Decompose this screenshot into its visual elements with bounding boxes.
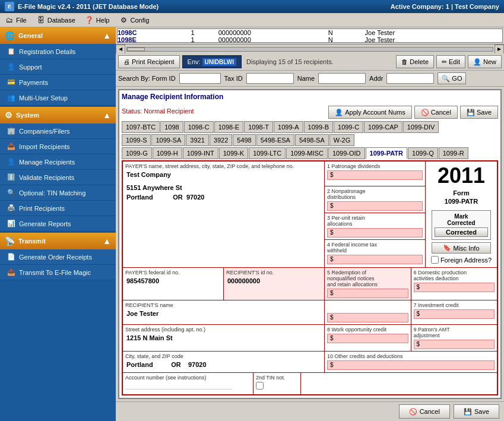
form-year: 2011: [438, 165, 485, 186]
tab-5498-esa[interactable]: 5498-ESA: [256, 134, 294, 146]
box7-label: 7 Investment credit: [414, 302, 495, 308]
tab-1099-sa[interactable]: 1099-SA: [151, 134, 185, 146]
addr-input[interactable]: [386, 73, 434, 84]
apply-account-nums-button[interactable]: 👤 Apply Account Nums: [328, 106, 412, 119]
box3-input[interactable]: $: [327, 228, 423, 238]
foreign-address-checkbox[interactable]: [431, 256, 439, 264]
tab-1099-c[interactable]: 1099-C: [334, 121, 363, 133]
print-recipient-button[interactable]: 🖨 Print Recipient: [118, 55, 180, 68]
box10-input[interactable]: $: [327, 360, 495, 370]
sidebar-item-support[interactable]: 👤 Support: [0, 59, 116, 75]
multiuser-label: Multi-User Setup: [19, 94, 68, 102]
sidebar-item-manage[interactable]: 👤 Manage Recipients: [0, 154, 116, 170]
sidebar-item-payments[interactable]: 💳 Payments: [0, 75, 116, 90]
edit-button[interactable]: ✏ Edit: [436, 55, 465, 68]
tab-1099-ltc[interactable]: 1099-LTC: [249, 147, 286, 159]
delete-button[interactable]: 🗑 Delete: [396, 55, 434, 68]
generatereports-label: Generate Reports: [19, 220, 71, 227]
tab-1099-r[interactable]: 1099-R: [439, 147, 468, 159]
horizontal-scrollbar[interactable]: ◀ ▶: [116, 44, 504, 53]
system-collapse-icon: ▲: [103, 110, 111, 120]
box5-amount[interactable]: $: [327, 313, 408, 322]
misc-info-button[interactable]: 🔖 Misc Info: [432, 242, 492, 254]
tab-1098-e[interactable]: 1098-E: [214, 121, 243, 133]
tab-1098[interactable]: 1098: [160, 121, 183, 133]
recipients-list[interactable]: 1098C 1 000000000 N Joe Tester 1098E 1 0…: [117, 29, 503, 43]
account-number-input[interactable]: [125, 382, 232, 390]
env-button[interactable]: Env: UNIDBLWI: [182, 55, 242, 68]
tab-1099-b[interactable]: 1099-B: [304, 121, 333, 133]
tab-5498-sa[interactable]: 5498-SA: [295, 134, 329, 146]
new-label: New: [483, 58, 496, 65]
box2-input[interactable]: $: [327, 201, 423, 211]
tinmatching-icon: 🔍: [7, 189, 15, 197]
tab-1098-t[interactable]: 1098-T: [244, 121, 273, 133]
box1-input[interactable]: $: [327, 170, 423, 180]
sidebar-item-registration[interactable]: 📋 Registration Details: [0, 44, 116, 59]
tab-1099-q[interactable]: 1099-Q: [408, 147, 438, 159]
tab-3921[interactable]: 3921: [186, 134, 208, 146]
sidebar-item-multiuser[interactable]: 👥 Multi-User Setup: [0, 90, 116, 106]
sidebar-item-print[interactable]: 🖨️ Print Recipients: [0, 201, 116, 216]
second-tin-checkbox[interactable]: [256, 382, 264, 390]
tab-1099-int[interactable]: 1099-INT: [183, 147, 218, 159]
tab-1099-k[interactable]: 1099-K: [219, 147, 248, 159]
scroll-track[interactable]: [126, 47, 493, 52]
cancel-icon: 🚫: [421, 109, 429, 116]
tab-1099-h[interactable]: 1099-H: [153, 147, 182, 159]
box9-input[interactable]: $: [414, 340, 495, 349]
tab-3922[interactable]: 3922: [210, 134, 232, 146]
name-input[interactable]: [318, 73, 366, 84]
sidebar-section-general-header[interactable]: 🌐 General ▲: [0, 27, 116, 44]
menu-database[interactable]: 🗄 Database: [34, 14, 78, 26]
transmit-label: Transmit To E-File Magic: [19, 269, 91, 276]
new-button[interactable]: 👤 New: [468, 55, 502, 68]
scroll-thumb[interactable]: [127, 48, 145, 51]
tab-1099-g[interactable]: 1099-G: [122, 147, 152, 159]
list-item[interactable]: 1098C 1 000000000 N Joe Tester: [118, 29, 502, 36]
sidebar-section-system-header[interactable]: ⚙ System ▲: [0, 107, 116, 124]
form-id-input[interactable]: [179, 73, 221, 84]
tab-1099-div[interactable]: 1099-DIV: [403, 121, 439, 133]
sidebar-item-validate[interactable]: ℹ️ Validate Recipients: [0, 170, 116, 185]
sidebar-item-import[interactable]: 📥 Import Recipients: [0, 139, 116, 154]
apply-account-nums-label: Apply Account Nums: [345, 109, 405, 116]
box7-input[interactable]: $: [414, 309, 495, 319]
box8-input[interactable]: $: [327, 334, 408, 343]
tab-5498[interactable]: 5498: [233, 134, 255, 146]
tab-1099-oid[interactable]: 1099-OID: [328, 147, 365, 159]
box6-input[interactable]: $: [414, 283, 495, 292]
tab-1099-patr[interactable]: 1099-PATR: [366, 147, 407, 159]
save-form-button[interactable]: 💾 Save: [460, 106, 498, 119]
menu-file[interactable]: 🗂 File: [2, 14, 29, 26]
tax-id-input[interactable]: [246, 73, 294, 84]
tab-1097-btc[interactable]: 1097-BTC: [122, 121, 160, 133]
tab-1099-s[interactable]: 1099-S: [122, 134, 151, 146]
box5-input[interactable]: $: [327, 289, 408, 298]
city-state-zip-value: Portland OR 97020: [125, 360, 322, 369]
sidebar-item-generatereports[interactable]: 📊 Generate Reports: [0, 216, 116, 232]
footer-cancel-button[interactable]: 🚫 Cancel: [399, 404, 450, 419]
tab-1098-c[interactable]: 1098-C: [184, 121, 214, 133]
menu-help[interactable]: ❓ Help: [83, 14, 112, 26]
footer-cancel-icon: 🚫: [409, 408, 417, 416]
tab-w2g[interactable]: W-2G: [329, 134, 355, 146]
sidebar-item-tinmatching[interactable]: 🔍 Optional: TIN Matching: [0, 185, 116, 201]
scroll-right-btn[interactable]: ▶: [495, 45, 504, 54]
list-item[interactable]: 1098E 1 000000000 N Joe Tester: [118, 36, 502, 43]
tab-1099-misc[interactable]: 1099-MISC: [286, 147, 328, 159]
tab-1099-a[interactable]: 1099-A: [274, 121, 303, 133]
tab-1099-cap[interactable]: 1099-CAP: [364, 121, 402, 133]
go-button[interactable]: 🔍 GO: [438, 72, 466, 84]
box4-input[interactable]: $: [327, 255, 423, 264]
scroll-left-btn[interactable]: ◀: [116, 45, 125, 54]
sidebar-item-transmit[interactable]: 📤 Transmit To E-File Magic: [0, 265, 116, 280]
footer-save-button[interactable]: 💾 Save: [454, 404, 499, 419]
sidebar-item-companies[interactable]: 🏢 Companies/Filers: [0, 124, 116, 139]
system-section-label: System: [16, 112, 39, 119]
mark-corrected-button[interactable]: Corrected: [435, 227, 489, 237]
sidebar-section-transmit-header[interactable]: 📡 Transmit ▲: [0, 233, 116, 249]
cancel-form-button[interactable]: 🚫 Cancel: [414, 106, 458, 119]
menu-config[interactable]: ⚙ Config: [116, 14, 151, 26]
sidebar-item-orderreceipts[interactable]: 📄 Generate Order Receipts: [0, 249, 116, 265]
